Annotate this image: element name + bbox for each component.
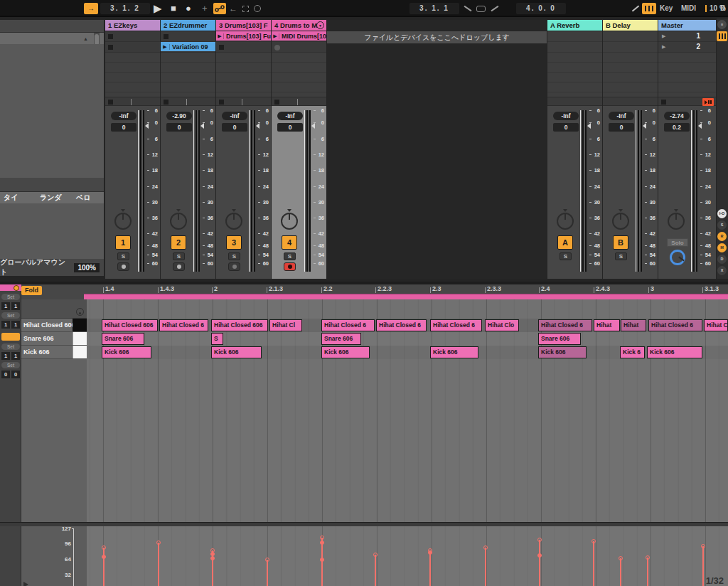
empty-slot[interactable] <box>105 73 160 82</box>
drop-zone[interactable]: ファイルとデバイスをここへドロップします <box>327 20 547 279</box>
loop-value[interactable]: 1 <box>11 352 20 360</box>
groove-column-label[interactable]: タイミ… <box>4 192 31 203</box>
clip-stop-icon[interactable] <box>164 34 168 39</box>
play-button[interactable]: ▶ <box>154 3 162 14</box>
track-stop-icon[interactable] <box>219 100 224 105</box>
velocity-stem[interactable] <box>702 546 704 586</box>
master-track-header[interactable]: Master <box>658 20 716 31</box>
draw-mode-icon[interactable] <box>632 5 639 11</box>
solo-button[interactable]: S <box>117 252 129 260</box>
midi-note[interactable]: Kick 606 <box>430 346 478 358</box>
stop-clips-row[interactable] <box>272 97 326 106</box>
pan-value[interactable]: 0 <box>111 123 136 132</box>
midi-note[interactable]: Hihat Cl <box>269 319 302 331</box>
empty-slot[interactable] <box>161 63 215 73</box>
empty-slot[interactable] <box>272 73 326 82</box>
midi-note[interactable]: Hihat Closed 6 <box>159 319 208 331</box>
clip-launch-icon[interactable] <box>14 285 19 291</box>
solo-button[interactable]: S <box>284 252 296 260</box>
stop-clips-row[interactable] <box>161 97 215 106</box>
pan-knob[interactable] <box>225 213 242 230</box>
loop-start-display[interactable]: 3. 1. 1 <box>410 3 459 14</box>
empty-slot[interactable] <box>161 73 215 82</box>
level-meter[interactable] <box>636 110 642 272</box>
computer-midi-keyboard-button[interactable] <box>642 3 656 14</box>
sort-arrow-icon[interactable]: ▲ <box>83 33 88 45</box>
track-activator-button[interactable]: B <box>613 235 628 250</box>
session-clip[interactable]: ▶MIDI Drums[10 <box>272 31 326 41</box>
session-clip[interactable]: ▶Variation 09 <box>161 42 215 51</box>
track-activator-button[interactable]: 3 <box>226 235 242 250</box>
back-to-arrangement-button[interactable]: ← <box>229 3 237 14</box>
velocity-stem[interactable] <box>429 550 431 586</box>
clip-slot[interactable]: ▶MIDI Drums[10 <box>272 31 326 42</box>
midi-note[interactable]: Hihat <box>621 319 646 331</box>
volume-value[interactable]: -Inf <box>222 112 247 120</box>
loop-value-row[interactable]: 11 <box>1 302 20 310</box>
session-clip[interactable]: ▶Drums[103] Fu <box>216 31 271 41</box>
set-button[interactable]: Set <box>1 343 20 350</box>
empty-slot[interactable] <box>272 63 326 73</box>
loop-value-row[interactable]: 00 <box>1 371 20 378</box>
midi-note[interactable]: Hihat Clo <box>704 319 728 331</box>
midi-note[interactable]: Kick 6 <box>620 346 645 358</box>
loop-value[interactable]: 1 <box>1 302 10 310</box>
piano-keys-icon[interactable] <box>717 31 727 41</box>
loop-value-row[interactable]: 11 <box>1 352 20 360</box>
volume-value[interactable]: -2.74 <box>664 112 690 120</box>
mixer-toggle-m[interactable]: M <box>717 243 727 252</box>
velocity-lane-triangle-icon[interactable] <box>23 582 28 586</box>
return-track-header[interactable]: B Delay <box>603 20 658 31</box>
velocity-stem[interactable] <box>375 555 376 586</box>
key-map-button[interactable]: Key <box>660 4 673 12</box>
velocity-marker[interactable] <box>428 550 432 555</box>
piano-key[interactable] <box>73 319 87 331</box>
loop-value[interactable]: 0 <box>11 371 20 378</box>
volume-value[interactable]: -Inf <box>553 112 579 120</box>
groove-pool-body[interactable] <box>0 203 104 259</box>
mixer-toggle-i-o[interactable]: I-O <box>717 209 727 218</box>
punch-out-icon[interactable] <box>491 6 499 12</box>
groove-columns-header[interactable]: タイミ…ランダムベロシ… <box>0 192 104 203</box>
velocity-stem[interactable] <box>620 558 621 586</box>
track-stop-icon[interactable] <box>108 100 113 105</box>
midi-note[interactable]: Hihat Closed 6 <box>376 319 427 331</box>
loop-value[interactable]: 1 <box>1 321 10 329</box>
midi-note[interactable]: Hihat Closed 606 <box>211 319 268 331</box>
follow-button[interactable]: → <box>84 3 98 14</box>
velocity-stem[interactable] <box>647 558 648 586</box>
pan-knob[interactable] <box>281 213 298 230</box>
midi-note[interactable]: Hihat Closed 6 <box>430 319 482 331</box>
velocity-marker[interactable] <box>102 545 106 550</box>
preview-headphone-icon[interactable] <box>76 308 84 316</box>
record-button[interactable]: ● <box>186 3 191 14</box>
level-meter[interactable] <box>193 110 200 272</box>
pan-knob[interactable] <box>114 213 132 230</box>
new-button[interactable]: + <box>202 3 208 14</box>
clip-slot[interactable] <box>105 31 160 42</box>
midi-note[interactable]: Hihat Closed 6 <box>648 319 702 331</box>
velocity-marker[interactable] <box>102 555 106 559</box>
groove-column-label[interactable]: ランダム <box>40 192 68 203</box>
velocity-marker[interactable] <box>320 558 324 562</box>
draw-selection-icon[interactable] <box>242 6 249 12</box>
hamburger-menu-icon[interactable]: ≡ <box>717 20 727 29</box>
arm-button[interactable] <box>228 262 240 271</box>
volume-value[interactable]: -Inf <box>609 112 634 120</box>
velocity-stem[interactable] <box>539 540 540 586</box>
track-activator-button[interactable]: 1 <box>115 235 131 250</box>
midi-map-button[interactable]: MIDI <box>681 4 696 12</box>
midi-note[interactable]: Hihat Closed 6 <box>321 319 375 331</box>
midi-note[interactable]: Hihat Clo <box>485 319 519 331</box>
groove-list-header[interactable]: ▲ <box>0 33 104 44</box>
track-stop-icon[interactable] <box>661 100 666 105</box>
set-button[interactable]: Set <box>1 312 20 319</box>
track-header[interactable]: 2 EZdrummer <box>161 20 215 31</box>
volume-value[interactable]: -Inf <box>277 112 303 120</box>
fold-button[interactable]: Fold <box>21 286 42 295</box>
track-activator-button[interactable]: 4 <box>282 235 297 250</box>
mixer-toggle-d[interactable]: D <box>717 255 727 264</box>
empty-slot[interactable] <box>272 82 326 92</box>
track-activator-button[interactable]: 2 <box>171 235 186 250</box>
mixer-toggle-x[interactable]: X <box>717 266 727 275</box>
